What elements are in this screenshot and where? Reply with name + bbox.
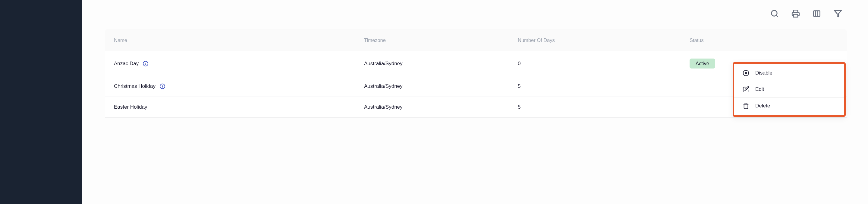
- status-badge: Active: [689, 59, 715, 68]
- edit-icon: [743, 86, 749, 93]
- table-header: Name Timezone Number Of Days Status: [105, 29, 847, 51]
- filter-icon[interactable]: [833, 9, 842, 18]
- columns-icon[interactable]: [812, 9, 821, 18]
- svg-rect-2: [794, 14, 798, 17]
- toolbar: [105, 0, 847, 29]
- column-header-days[interactable]: Number Of Days: [518, 37, 689, 43]
- info-icon[interactable]: i: [160, 84, 165, 89]
- svg-point-0: [772, 10, 777, 16]
- print-icon[interactable]: [791, 9, 800, 18]
- menu-label: Edit: [755, 86, 764, 92]
- row-timezone: Australia/Sydney: [364, 61, 518, 67]
- trash-icon: [743, 103, 749, 109]
- row-name: Easter Holiday: [114, 104, 147, 110]
- svg-marker-6: [834, 10, 841, 17]
- main-content: Name Timezone Number Of Days Status Anza…: [82, 0, 868, 204]
- menu-item-edit[interactable]: Edit: [734, 81, 844, 97]
- column-header-status[interactable]: Status: [689, 37, 838, 43]
- row-days: 5: [518, 83, 689, 89]
- disable-icon: [743, 70, 749, 76]
- info-icon[interactable]: i: [143, 61, 148, 66]
- search-icon[interactable]: [770, 9, 779, 18]
- sidebar: [0, 0, 82, 204]
- column-header-name[interactable]: Name: [114, 37, 364, 43]
- row-name: Anzac Day: [114, 61, 138, 67]
- row-name: Christmas Holiday: [114, 83, 156, 89]
- row-days: 5: [518, 104, 689, 110]
- menu-item-delete[interactable]: Delete: [734, 98, 844, 114]
- menu-label: Delete: [755, 103, 770, 109]
- row-timezone: Australia/Sydney: [364, 104, 518, 110]
- row-days: 0: [518, 61, 689, 67]
- row-timezone: Australia/Sydney: [364, 83, 518, 89]
- menu-item-disable[interactable]: Disable: [734, 65, 844, 81]
- svg-rect-3: [814, 11, 820, 17]
- svg-line-1: [776, 15, 778, 17]
- action-menu: Disable Edit Delete: [733, 62, 846, 117]
- menu-label: Disable: [755, 70, 772, 76]
- column-header-timezone[interactable]: Timezone: [364, 37, 518, 43]
